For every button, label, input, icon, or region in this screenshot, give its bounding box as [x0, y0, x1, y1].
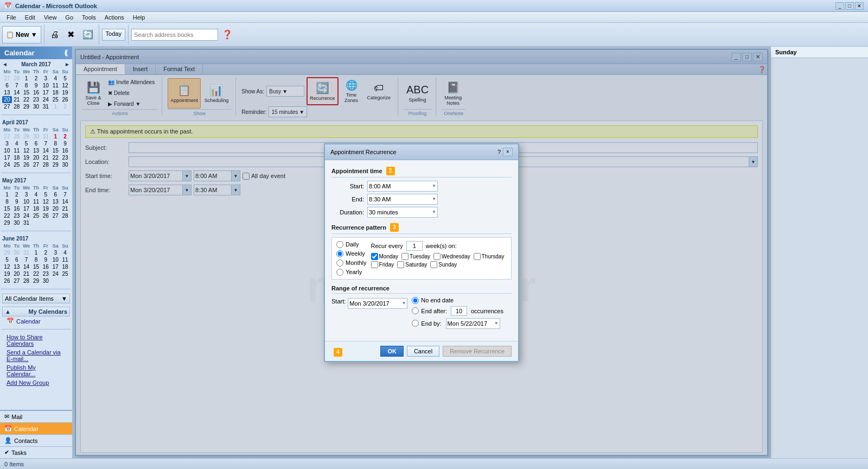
cal-day[interactable]: 20 [31, 154, 41, 161]
ok-button[interactable]: OK [380, 346, 404, 357]
sidebar-collapse-icon[interactable]: ⟪ [64, 49, 68, 57]
cal-day[interactable]: 21 [12, 96, 22, 103]
cal-day[interactable]: 3 [22, 191, 31, 198]
cal-day[interactable]: 17 [50, 263, 60, 270]
nav-mail[interactable]: ✉ Mail [0, 411, 72, 423]
cal-day[interactable]: 10 [2, 147, 12, 154]
cal-day[interactable]: 19 [2, 270, 12, 277]
cal-day[interactable]: 2 [31, 75, 41, 82]
cal-day[interactable]: 20 [50, 205, 60, 212]
cal-day[interactable]: 23 [60, 154, 70, 161]
cal-day[interactable]: 9 [60, 140, 70, 147]
cal-day[interactable]: 31 [22, 219, 31, 226]
cal-day[interactable]: 14 [22, 263, 31, 270]
menu-edit[interactable]: Edit [21, 13, 40, 22]
prev-month-btn[interactable]: ◄ [2, 61, 8, 67]
cal-day[interactable]: 4 [60, 249, 70, 256]
no-end-date-radio[interactable] [412, 297, 419, 304]
cal-day[interactable]: 22 [2, 212, 12, 219]
cal-day[interactable]: 10 [41, 82, 50, 89]
dialog-close-btn[interactable]: × [503, 148, 513, 156]
cal-day[interactable]: 15 [50, 147, 60, 154]
cal-day[interactable]: 16 [41, 263, 50, 270]
cal-day[interactable]: 7 [12, 82, 22, 89]
cal-day[interactable]: 1 [50, 103, 60, 110]
cal-day[interactable]: 4 [12, 140, 22, 147]
remove-recurrence-button[interactable]: Remove Recurrence [443, 346, 512, 357]
cal-day[interactable]: 13 [31, 147, 41, 154]
weekly-radio[interactable] [336, 250, 343, 257]
cal-day[interactable]: 14 [60, 198, 70, 205]
cal-day[interactable]: 26 [22, 161, 31, 168]
cal-day[interactable]: 30 [31, 103, 41, 110]
cal-day[interactable]: 5 [41, 191, 50, 198]
dialog-help-btn[interactable]: ? [497, 149, 501, 155]
cal-day[interactable]: 3 [50, 249, 60, 256]
cal-day[interactable]: 19 [22, 154, 31, 161]
cal-day[interactable]: 15 [2, 205, 12, 212]
cal-day[interactable]: 25 [12, 161, 22, 168]
cal-day[interactable]: 6 [50, 191, 60, 198]
cal-day[interactable]: 21 [22, 270, 31, 277]
cal-day[interactable]: 4 [31, 191, 41, 198]
cal-day[interactable]: 29 [22, 103, 31, 110]
cal-day[interactable]: 6 [12, 256, 22, 263]
cal-day[interactable]: 6 [2, 82, 12, 89]
cal-day[interactable]: 17 [41, 89, 50, 96]
maximize-btn[interactable]: □ [845, 2, 854, 10]
wednesday-checkbox[interactable] [433, 253, 441, 260]
cal-day[interactable]: 27 [50, 212, 60, 219]
cal-day[interactable]: 30 [31, 133, 41, 140]
cal-day[interactable]: 3 [2, 140, 12, 147]
appt-start-dropdown[interactable]: 8:00 AM ▼ [367, 181, 438, 192]
cal-day[interactable]: 29 [2, 219, 12, 226]
cal-day[interactable]: 29 [22, 133, 31, 140]
cal-day[interactable]: 5 [22, 140, 31, 147]
cal-day[interactable]: 19 [41, 205, 50, 212]
cal-day[interactable]: 2 [41, 249, 50, 256]
cancel-button[interactable]: Cancel [407, 346, 439, 357]
cal-day[interactable]: 8 [50, 140, 60, 147]
end-after-radio[interactable] [412, 307, 419, 314]
cal-day[interactable]: 12 [22, 147, 31, 154]
cal-day[interactable]: 31 [22, 249, 31, 256]
cal-day[interactable]: 25 [31, 212, 41, 219]
cal-day[interactable]: 11 [12, 147, 22, 154]
cal-day[interactable]: 28 [12, 133, 22, 140]
cal-day[interactable]: 30 [12, 249, 22, 256]
cal-day[interactable]: 14 [12, 89, 22, 96]
cal-day[interactable]: 31 [41, 133, 50, 140]
cal-day[interactable]: 28 [41, 161, 50, 168]
cal-day[interactable]: 9 [41, 256, 50, 263]
cal-day[interactable]: 11 [50, 82, 60, 89]
menu-tools[interactable]: Tools [78, 13, 100, 22]
cal-day[interactable]: 16 [31, 89, 41, 96]
cal-day[interactable]: 12 [41, 198, 50, 205]
cal-day[interactable]: 18 [12, 154, 22, 161]
cal-day[interactable]: 26 [60, 96, 70, 103]
cal-day[interactable]: 27 [2, 103, 12, 110]
cal-day[interactable]: 22 [31, 270, 41, 277]
cal-day[interactable]: 13 [2, 89, 12, 96]
nav-calendar[interactable]: 📅 Calendar [0, 423, 72, 435]
cal-day[interactable]: 30 [12, 219, 22, 226]
cal-day[interactable]: 9 [31, 82, 41, 89]
cal-day[interactable]: 7 [22, 256, 31, 263]
cal-day[interactable]: 27 [31, 161, 41, 168]
cal-day[interactable]: 12 [60, 82, 70, 89]
cal-day[interactable]: 15 [31, 263, 41, 270]
end-after-input[interactable] [451, 306, 467, 316]
cal-day[interactable]: 18 [31, 205, 41, 212]
sunday-checkbox[interactable] [430, 261, 437, 268]
sync-btn[interactable]: 🔄 [80, 23, 96, 47]
nav-tasks[interactable]: ✔ Tasks [0, 447, 72, 458]
cal-day[interactable]: 24 [50, 270, 60, 277]
cal-day[interactable]: 27 [12, 277, 22, 284]
daily-radio[interactable] [336, 241, 343, 248]
cal-day[interactable]: 30 [41, 277, 50, 284]
cal-day[interactable]: 28 [60, 212, 70, 219]
recur-every-input[interactable] [406, 241, 423, 251]
cal-day[interactable]: 26 [41, 212, 50, 219]
cal-day[interactable]: 2 [60, 103, 70, 110]
cal-day[interactable]: 25 [60, 270, 70, 277]
